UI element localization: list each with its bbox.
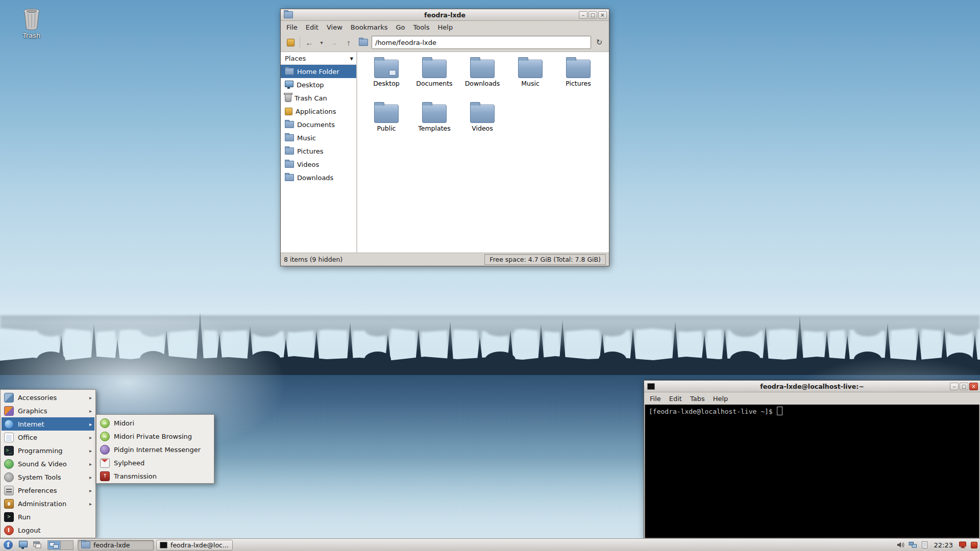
menu-item-graphics[interactable]: Graphics ▸ bbox=[2, 404, 94, 417]
taskbar: f feodra-lxde feodra-lxde@loc... bbox=[0, 538, 980, 551]
terminal-output[interactable]: [feodra-lxde@localhost-live ~]$ bbox=[645, 405, 979, 538]
menu-item-sound-video[interactable]: Sound & Video ▸ bbox=[2, 457, 94, 470]
submenu-item-sylpheed[interactable]: Sylpheed bbox=[97, 456, 213, 469]
file-item-music[interactable]: Music bbox=[507, 57, 554, 102]
tray-corner-icon[interactable] bbox=[971, 542, 977, 548]
terminal-menu-tabs[interactable]: Tabs bbox=[686, 393, 709, 404]
place-label: Pictures bbox=[297, 147, 323, 155]
terminal-menu-file[interactable]: File bbox=[646, 393, 665, 404]
menu-item-office[interactable]: Office ▸ bbox=[2, 431, 94, 444]
fm-menu-file[interactable]: File bbox=[282, 22, 302, 33]
network-icon[interactable] bbox=[909, 541, 917, 549]
terminal-minimize-button[interactable]: – bbox=[950, 383, 959, 390]
submenu-item-pidgin[interactable]: Pidgin Internet Messenger bbox=[97, 443, 213, 456]
fm-file-view[interactable]: Desktop Documents Downloads Music Pictur… bbox=[357, 52, 609, 253]
fm-close-button[interactable]: × bbox=[598, 11, 607, 19]
folder-icon bbox=[518, 60, 543, 78]
submenu-item-transmission[interactable]: ↑ Transmission bbox=[97, 469, 213, 483]
file-label: Downloads bbox=[465, 80, 500, 87]
menu-item-programming[interactable]: >_ Programming ▸ bbox=[2, 444, 94, 457]
places-item-pictures[interactable]: Pictures bbox=[281, 144, 356, 158]
file-manager-launcher[interactable] bbox=[17, 540, 29, 550]
file-label: Music bbox=[521, 80, 540, 87]
clock[interactable]: 22:23 bbox=[932, 541, 955, 549]
trash-desktop-icon[interactable]: Trash bbox=[12, 7, 51, 39]
menu-item-preferences[interactable]: Preferences ▸ bbox=[2, 484, 94, 497]
places-item-home-folder[interactable]: Home Folder bbox=[281, 65, 356, 78]
fm-maximize-button[interactable]: □ bbox=[589, 11, 597, 19]
place-label: Music bbox=[297, 134, 316, 142]
fm-menu-tools[interactable]: Tools bbox=[409, 22, 433, 33]
fm-titlebar[interactable]: feodra-lxde – □ × bbox=[281, 9, 609, 21]
places-item-documents[interactable]: Documents bbox=[281, 118, 356, 131]
forward-button[interactable]: → bbox=[327, 36, 340, 49]
file-label: Public bbox=[377, 124, 396, 132]
file-item-pictures[interactable]: Pictures bbox=[555, 57, 602, 102]
fm-menu-edit[interactable]: Edit bbox=[302, 22, 323, 33]
file-item-documents[interactable]: Documents bbox=[411, 57, 458, 102]
back-button[interactable]: ← bbox=[303, 36, 316, 49]
places-item-applications[interactable]: Applications bbox=[281, 105, 356, 118]
places-item-downloads[interactable]: Downloads bbox=[281, 171, 356, 184]
places-item-trash[interactable]: Trash Can bbox=[281, 91, 356, 105]
go-button[interactable]: ↻ bbox=[593, 36, 606, 49]
terminal-close-button[interactable]: × bbox=[969, 383, 978, 390]
menu-item-accessories[interactable]: Accessories ▸ bbox=[2, 391, 94, 404]
places-item-videos[interactable]: Videos bbox=[281, 158, 356, 171]
file-item-public[interactable]: Public bbox=[363, 102, 410, 147]
terminal-titlebar[interactable]: feodra-lxde@localhost-live:~ – □ × bbox=[644, 381, 980, 392]
file-item-templates[interactable]: Templates bbox=[411, 102, 458, 147]
start-menu-button[interactable]: f bbox=[2, 540, 15, 550]
places-item-desktop[interactable]: Desktop bbox=[281, 78, 356, 91]
volume-icon[interactable] bbox=[896, 541, 905, 549]
fm-side-pane: Places ▾ Home Folder Desktop Trash Can bbox=[281, 52, 357, 253]
menu-item-system-tools[interactable]: System Tools ▸ bbox=[2, 470, 94, 484]
file-item-videos[interactable]: Videos bbox=[459, 102, 506, 147]
place-label: Documents bbox=[297, 121, 335, 129]
fedora-logo-icon: f bbox=[4, 540, 13, 549]
submenu-item-midori[interactable]: Midori bbox=[97, 416, 213, 430]
trash-label: Trash bbox=[23, 32, 40, 39]
clipboard-icon[interactable] bbox=[921, 541, 928, 549]
submenu-arrow-icon: ▸ bbox=[89, 395, 92, 400]
iconify-windows-button[interactable] bbox=[31, 540, 43, 550]
fm-menu-bookmarks[interactable]: Bookmarks bbox=[347, 22, 392, 33]
file-item-downloads[interactable]: Downloads bbox=[459, 57, 506, 102]
programming-icon: >_ bbox=[4, 446, 14, 456]
terminal-menu-edit[interactable]: Edit bbox=[665, 393, 686, 404]
desktop-pager[interactable] bbox=[47, 540, 74, 550]
fm-menu-view[interactable]: View bbox=[323, 22, 347, 33]
submenu-arrow-icon: ▸ bbox=[89, 408, 92, 414]
menu-item-logout[interactable]: Logout bbox=[2, 523, 94, 537]
taskbar-task-terminal[interactable]: feodra-lxde@loc... bbox=[156, 540, 233, 550]
terminal-maximize-button[interactable]: □ bbox=[960, 383, 968, 390]
up-button[interactable]: ↑ bbox=[342, 36, 355, 49]
folder-icon bbox=[285, 134, 294, 141]
menu-item-run[interactable]: > Run bbox=[2, 510, 94, 523]
accessories-icon bbox=[4, 393, 14, 403]
path-input[interactable] bbox=[372, 36, 591, 49]
home-button[interactable] bbox=[357, 36, 370, 49]
places-item-music[interactable]: Music bbox=[281, 131, 356, 144]
menu-item-internet[interactable]: Internet ▸ bbox=[2, 417, 94, 431]
menu-item-administration[interactable]: Administration ▸ bbox=[2, 497, 94, 510]
fm-minimize-button[interactable]: – bbox=[579, 11, 587, 19]
place-label: Desktop bbox=[297, 81, 324, 89]
pager-desktop-1[interactable] bbox=[48, 541, 60, 549]
display-settings-icon[interactable] bbox=[959, 541, 967, 549]
file-label: Templates bbox=[418, 124, 451, 132]
submenu-item-midori-private[interactable]: Midori Private Browsing bbox=[97, 430, 213, 443]
taskbar-task-file-manager[interactable]: feodra-lxde bbox=[78, 540, 154, 550]
fm-menu-help[interactable]: Help bbox=[434, 22, 457, 33]
fm-menu-go[interactable]: Go bbox=[391, 22, 409, 33]
folder-icon bbox=[566, 60, 591, 78]
pager-desktop-2[interactable] bbox=[60, 541, 73, 549]
folder-icon bbox=[422, 105, 447, 123]
menu-label: Midori bbox=[114, 419, 134, 427]
file-item-desktop[interactable]: Desktop bbox=[363, 57, 410, 102]
side-pane-mode-selector[interactable]: Places ▾ bbox=[281, 52, 356, 65]
new-tab-button[interactable] bbox=[284, 36, 297, 49]
terminal-menu-help[interactable]: Help bbox=[709, 393, 732, 404]
screen-icon bbox=[19, 541, 28, 547]
history-dropdown-button[interactable]: ▾ bbox=[317, 36, 326, 49]
